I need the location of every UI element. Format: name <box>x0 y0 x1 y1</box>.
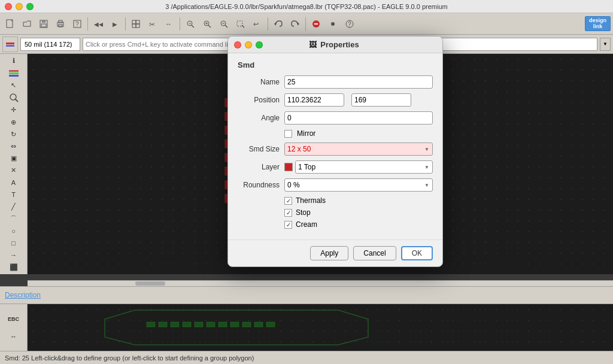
zoom-sidebar-btn[interactable] <box>5 92 22 104</box>
description-link[interactable]: Description <box>5 291 41 299</box>
arrow-btn[interactable]: → <box>5 250 22 261</box>
smd-size-select[interactable]: 12 x 50 <box>284 142 433 156</box>
forward-button[interactable]: ▶ <box>107 16 123 32</box>
zoom-area-button[interactable] <box>233 16 248 32</box>
svg-point-34 <box>331 22 335 26</box>
maximize-button[interactable] <box>26 3 34 10</box>
dialog-traffic-lights <box>234 41 263 48</box>
dialog-titlebar: 🖼 Properties <box>228 37 442 53</box>
layers-sidebar-btn[interactable] <box>5 67 22 79</box>
position-y-input[interactable] <box>351 93 411 107</box>
svg-text:?: ? <box>348 21 351 28</box>
svg-line-21 <box>208 25 211 28</box>
new-button[interactable] <box>2 16 18 32</box>
layer-select[interactable]: 1 Top <box>295 160 433 174</box>
ebc-btn[interactable]: EBC <box>5 311 22 327</box>
position-x-input[interactable] <box>284 93 344 107</box>
info-sidebar-btn[interactable]: ℹ <box>5 55 22 66</box>
svg-line-18 <box>192 25 194 28</box>
svg-rect-37 <box>6 43 14 44</box>
minimize-button[interactable] <box>16 3 23 10</box>
thermals-row: Thermals <box>284 196 433 205</box>
layer-selector-icon[interactable] <box>2 37 18 52</box>
properties-dialog: 🖼 Properties Smd Name Position Angle <box>227 36 443 267</box>
zoom-fit-button[interactable]: + <box>183 16 198 32</box>
layer-color-swatch <box>284 163 293 171</box>
properties-icon: 🖼 <box>309 40 317 49</box>
layer-select-wrapper: 1 Top <box>284 160 433 174</box>
cut-button[interactable]: ✂ <box>145 16 160 32</box>
separator-5 <box>305 17 306 31</box>
thermals-checkbox[interactable] <box>284 197 292 205</box>
svg-text:✂: ✂ <box>149 20 155 29</box>
dialog-body: Smd Name Position Angle Mirror <box>228 53 442 239</box>
name-btn[interactable]: A <box>5 177 22 189</box>
arc-btn[interactable]: ⌒ <box>5 213 22 225</box>
redo-button[interactable] <box>287 16 303 32</box>
svg-text:+: + <box>189 21 192 26</box>
stop-red-button[interactable] <box>308 16 324 32</box>
design-link-button[interactable]: designlink <box>585 16 611 32</box>
print-button[interactable] <box>53 16 68 32</box>
text-btn[interactable]: T <box>5 189 22 201</box>
zoom-in-button[interactable] <box>199 16 215 32</box>
rotate-btn[interactable]: ↻ <box>5 129 22 140</box>
open-button[interactable] <box>19 16 35 32</box>
rect-btn[interactable]: □ <box>5 237 22 248</box>
smd-size-label: Smd Size <box>238 145 280 153</box>
main-toolbar: ? ◀◀ ▶ ✂ ↔ + ↩ <box>0 13 613 35</box>
help3-button[interactable]: ? <box>342 16 357 32</box>
ok-button[interactable]: OK <box>401 246 433 260</box>
svg-text:◀◀: ◀◀ <box>94 21 103 28</box>
select-sidebar-btn[interactable]: ↖ <box>5 80 22 91</box>
cmd-dropdown-button[interactable]: ▼ <box>600 38 611 51</box>
roundness-select[interactable]: 0 % <box>284 178 433 192</box>
scroll-thumb[interactable] <box>135 281 165 286</box>
svg-rect-2 <box>42 20 45 23</box>
mirror-row: Mirror <box>238 129 433 138</box>
lower-move-btn[interactable]: ↔ <box>5 329 22 344</box>
angle-input[interactable] <box>284 111 433 125</box>
svg-rect-96 <box>266 322 275 327</box>
svg-rect-41 <box>9 75 19 77</box>
svg-line-25 <box>225 25 227 28</box>
apply-button[interactable]: Apply <box>310 246 348 260</box>
layer-row: Layer 1 Top <box>238 160 433 174</box>
lower-pcb-canvas[interactable] <box>28 304 613 351</box>
dialog-section-title: Smd <box>238 60 433 69</box>
svg-rect-39 <box>9 70 19 72</box>
dialog-close-btn[interactable] <box>234 41 241 48</box>
zoom-out-button[interactable] <box>216 16 232 32</box>
line-btn[interactable]: ╱ <box>5 201 22 213</box>
crosshair-btn[interactable]: ✛ <box>5 104 22 116</box>
zoom-last-button[interactable]: ↩ <box>250 16 265 32</box>
mirror-label: Mirror <box>297 129 315 138</box>
svg-rect-40 <box>9 72 19 74</box>
dialog-max-btn[interactable] <box>256 41 263 48</box>
undo-button[interactable] <box>271 16 286 32</box>
help-button[interactable]: ? <box>69 16 85 32</box>
delete-btn[interactable]: ✕ <box>5 165 22 176</box>
move-button[interactable]: ↔ <box>162 16 177 32</box>
close-button[interactable] <box>5 3 12 10</box>
horizontal-scrollbar[interactable] <box>28 280 613 286</box>
mirror-btn[interactable]: ⇔ <box>5 141 22 152</box>
back-button[interactable]: ◀◀ <box>90 16 106 32</box>
cancel-button[interactable]: Cancel <box>353 246 396 260</box>
cream-checkbox[interactable] <box>284 221 292 229</box>
plus-circle-btn[interactable]: ⊕ <box>5 117 22 128</box>
smd-size-row: Smd Size 12 x 50 <box>238 142 433 156</box>
dialog-min-btn[interactable] <box>245 41 252 48</box>
group-tool-btn[interactable]: ▣ <box>5 153 22 164</box>
name-row: Name <box>238 75 433 89</box>
stop-checkbox[interactable] <box>284 209 292 217</box>
save-button[interactable] <box>36 16 51 32</box>
group-button[interactable] <box>128 16 144 32</box>
svg-rect-38 <box>6 45 14 47</box>
mirror-checkbox[interactable] <box>284 130 292 138</box>
dot-button[interactable] <box>325 16 341 32</box>
cream-label: Cream <box>296 220 317 229</box>
pad-btn[interactable]: ⬛ <box>5 262 22 273</box>
circle-btn[interactable]: ○ <box>5 225 22 236</box>
name-input[interactable] <box>284 75 433 89</box>
